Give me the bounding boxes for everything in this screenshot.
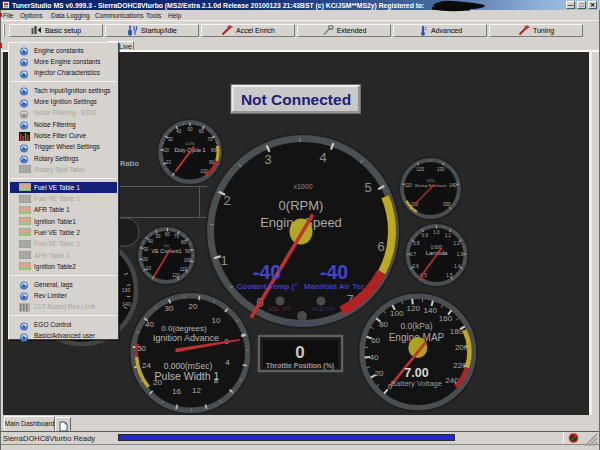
svg-text:5: 5 [364,180,371,195]
svg-text:80: 80 [181,240,187,245]
svg-text:0(RPM): 0(RPM) [279,198,324,213]
svg-text:80: 80 [211,148,217,153]
svg-text:4: 4 [225,358,230,367]
svg-text:20: 20 [375,369,384,378]
svg-text:10: 10 [146,266,152,271]
svg-text:30: 30 [165,304,174,313]
svg-text:40: 40 [148,239,154,244]
svg-text:0.7: 0.7 [410,252,417,257]
svg-text:80: 80 [379,320,388,329]
svg-text:50: 50 [137,344,146,353]
svg-text:Ignition Advance: Ignition Advance [153,333,219,343]
svg-text:0.9: 0.9 [422,233,429,238]
svg-text:30: 30 [168,137,174,142]
svg-text:0.0(kPa): 0.0(kPa) [400,321,432,331]
svg-text:7.00: 7.00 [404,366,428,380]
svg-text:6: 6 [377,239,384,254]
svg-text:Ratio: Ratio [120,159,139,168]
svg-text:90: 90 [209,160,215,165]
svg-text:30: 30 [143,247,149,252]
svg-text:120: 120 [172,273,180,278]
svg-text:4: 4 [319,150,326,165]
svg-text:2: 2 [223,193,230,208]
svg-text:130: 130 [437,167,445,172]
svg-text:70: 70 [207,137,213,142]
svg-text:140: 140 [449,183,457,188]
svg-text:0: 0 [295,343,304,362]
svg-text:110: 110 [405,183,413,188]
svg-text:Manifold Air Ter: Manifold Air Ter [304,282,364,291]
svg-text:1.2: 1.2 [453,241,460,246]
svg-text:150: 150 [443,202,451,207]
svg-text:60: 60 [371,336,380,345]
svg-text:140: 140 [424,306,438,315]
svg-text:140: 140 [122,301,131,307]
svg-text:24: 24 [142,361,151,370]
svg-text:60: 60 [199,129,205,134]
svg-text:100: 100 [390,309,404,318]
svg-text:60: 60 [165,232,171,237]
svg-text:70: 70 [174,234,180,239]
svg-text:16: 16 [172,387,181,396]
svg-text:90: 90 [185,249,191,254]
svg-text:120: 120 [407,304,421,313]
svg-text:110: 110 [180,267,188,272]
svg-text:0.8: 0.8 [413,241,420,246]
svg-text:50: 50 [156,234,162,239]
svg-text:10: 10 [212,316,221,325]
svg-text:20: 20 [189,302,198,311]
svg-text:180: 180 [450,327,464,336]
svg-text:WUE OFF: WUE OFF [311,306,334,312]
svg-text:-40: -40 [320,261,348,283]
svg-text:0.6: 0.6 [413,264,420,269]
svg-text:0.0(degrees): 0.0(degrees) [161,324,207,333]
svg-text:1.4: 1.4 [454,264,461,269]
svg-text:Not Connected: Not Connected [241,91,351,108]
svg-text:1.3: 1.3 [457,252,464,257]
svg-text:Warmup Enrichment: Warmup Enrichment [415,184,447,188]
svg-text:130: 130 [122,287,131,293]
svg-text:Not Cranking: Not Cranking [286,320,318,326]
svg-text:160: 160 [439,314,453,323]
svg-text:12: 12 [192,386,201,395]
svg-text:0(%): 0(%) [427,179,434,183]
svg-text:1.0: 1.0 [433,230,440,235]
svg-text:VE Current1: VE Current1 [151,248,181,254]
svg-text:Throttle Position (%): Throttle Position (%) [266,362,334,370]
svg-text:40: 40 [370,353,379,362]
svg-text:Battery Voltage: Battery Voltage [391,379,442,388]
svg-text:1: 1 [220,253,227,268]
svg-text:100: 100 [184,258,192,263]
svg-text:x1000: x1000 [293,183,312,190]
svg-text:50: 50 [187,127,193,132]
svg-text:0.0%: 0.0% [185,141,195,146]
svg-text:ASE: OFF: ASE: OFF [269,306,292,312]
svg-text:40: 40 [145,320,154,329]
svg-text:3: 3 [264,152,271,167]
svg-text:1.5: 1.5 [446,273,453,278]
svg-text:-40: -40 [253,261,281,283]
svg-text:120: 120 [417,167,425,172]
svg-text:1.1: 1.1 [445,233,452,238]
svg-text:10: 10 [166,160,172,165]
svg-text:40: 40 [176,129,182,134]
svg-text:Coolant Temp (°: Coolant Temp (° [237,282,298,291]
svg-text:20: 20 [164,148,170,153]
svg-text:20: 20 [143,257,149,262]
svg-text:Pulse Width 1: Pulse Width 1 [155,370,220,382]
